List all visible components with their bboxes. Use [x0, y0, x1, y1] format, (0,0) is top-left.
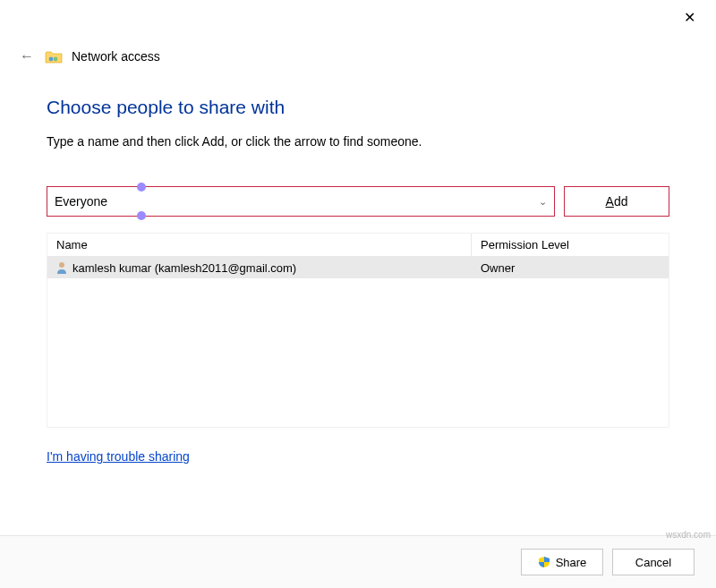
- user-icon: [55, 260, 69, 275]
- folder-share-icon: [45, 49, 63, 64]
- cancel-button[interactable]: Cancel: [612, 549, 695, 575]
- svg-point-2: [59, 262, 64, 268]
- share-button-label: Share: [556, 556, 587, 569]
- people-combobox[interactable]: ⌄: [47, 186, 555, 217]
- chevron-down-icon[interactable]: ⌄: [539, 196, 547, 208]
- column-permission[interactable]: Permission Level: [472, 234, 669, 256]
- selection-handle-icon: [137, 183, 146, 192]
- page-heading: Choose people to share with: [47, 97, 669, 118]
- cell-permission: Owner: [472, 261, 669, 275]
- shield-icon: [538, 556, 550, 568]
- content: Choose people to share with Type a name …: [0, 72, 716, 535]
- dialog-title: Network access: [72, 49, 160, 64]
- selection-handle-icon: [137, 211, 146, 220]
- instruction-text: Type a name and then click Add, or click…: [47, 134, 669, 149]
- close-button[interactable]: ✕: [669, 4, 709, 30]
- svg-point-0: [49, 57, 54, 62]
- table-header: Name Permission Level: [47, 234, 669, 257]
- trouble-sharing-link[interactable]: I'm having trouble sharing: [47, 449, 190, 464]
- people-table: Name Permission Level kamlesh kumar (kam…: [47, 233, 669, 428]
- people-input[interactable]: [55, 194, 539, 209]
- input-row: ⌄ Add: [47, 186, 669, 217]
- svg-point-1: [54, 57, 58, 62]
- add-button[interactable]: Add: [564, 186, 669, 217]
- close-icon: ✕: [684, 9, 695, 26]
- network-access-dialog: ✕ ← Network access Choose people to shar…: [0, 0, 716, 588]
- cell-name: kamlesh kumar (kamlesh2011@gmail.com): [47, 260, 472, 275]
- titlebar: ✕: [0, 0, 716, 30]
- watermark: wsxdn.com: [666, 530, 711, 540]
- back-button[interactable]: ←: [18, 48, 36, 64]
- row-name-text: kamlesh kumar (kamlesh2011@gmail.com): [72, 261, 296, 275]
- share-button[interactable]: Share: [521, 549, 603, 575]
- cancel-button-label: Cancel: [635, 556, 671, 569]
- column-name[interactable]: Name: [47, 234, 472, 256]
- table-row[interactable]: kamlesh kumar (kamlesh2011@gmail.com) Ow…: [47, 257, 669, 278]
- footer: Share Cancel: [0, 535, 716, 588]
- header: ← Network access: [0, 30, 716, 72]
